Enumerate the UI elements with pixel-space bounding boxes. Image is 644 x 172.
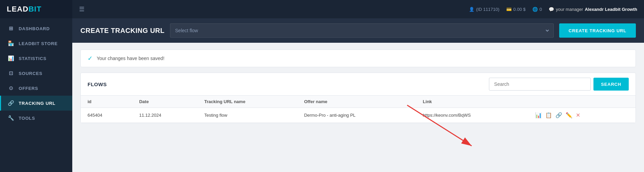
sidebar-item-offers[interactable]: ⊙ OFFERS (0, 81, 72, 96)
cell-date: 11.12.2024 (132, 108, 197, 123)
tools-icon: 🔧 (8, 115, 15, 121)
flow-select-wrapper[interactable]: Select flow (170, 23, 554, 38)
user-icon: 👤 (469, 7, 474, 12)
sidebar: LEADBIT ⊞ DASHBOARD 🏪 LEADBIT STORE 📊 ST… (0, 0, 72, 172)
sidebar-nav: ⊞ DASHBOARD 🏪 LEADBIT STORE 📊 STATISTICS… (0, 18, 72, 172)
copy-action-icon[interactable]: 📋 (545, 112, 552, 118)
edit-action-icon[interactable]: ✏️ (566, 112, 572, 118)
tracking-url-icon: 🔗 (8, 100, 15, 106)
create-tracking-bar: CREATE TRACKING URL Select flow CREATE T… (72, 18, 644, 43)
sidebar-item-label: OFFERS (19, 86, 38, 91)
cell-offer-name: Dermo-Pro - anti-aging PL (297, 108, 416, 123)
col-tracking-url-name: Tracking URL name (197, 96, 297, 108)
col-id: id (81, 96, 132, 108)
dashboard-icon: ⊞ (8, 25, 15, 32)
sidebar-item-sources[interactable]: ⊡ SOURCES (0, 66, 72, 81)
cell-tracking-url-name: Testing flow (197, 108, 297, 123)
sidebar-item-leadbit-store[interactable]: 🏪 LEADBIT STORE (0, 36, 72, 51)
content: CREATE TRACKING URL Select flow CREATE T… (72, 18, 644, 172)
offers-icon: ⊙ (8, 85, 15, 91)
logo-bit: BIT (29, 5, 41, 13)
table-header-row: id Date Tracking URL name Offer name Lin… (81, 96, 636, 108)
logo-lead: LEAD (7, 5, 29, 13)
notifications[interactable]: 🌐 0 (532, 7, 542, 12)
flows-table: id Date Tracking URL name Offer name Lin… (81, 96, 636, 123)
link-action-icon[interactable]: 🔗 (555, 112, 562, 118)
topbar: ☰ 👤 (ID 111710) 💳 0.00 $ 🌐 0 💬 your mana… (72, 0, 644, 18)
main-area: ☰ 👤 (ID 111710) 💳 0.00 $ 🌐 0 💬 your mana… (72, 0, 644, 172)
search-input[interactable] (489, 78, 591, 91)
sidebar-item-label: LEADBIT STORE (19, 41, 58, 46)
stats-action-icon[interactable]: 📊 (535, 112, 542, 118)
flows-section: FLOWS SEARCH id Date Tracking URL name O… (80, 73, 636, 123)
sidebar-item-tools[interactable]: 🔧 TOOLS (0, 111, 72, 126)
sidebar-item-label: TRACKING URL (19, 101, 56, 106)
notification-icon: 🌐 (532, 7, 538, 12)
table-row: 645404 11.12.2024 Testing flow Dermo-Pro… (81, 108, 636, 123)
flows-header: FLOWS SEARCH (81, 73, 636, 96)
search-area: SEARCH (489, 78, 629, 91)
user-id: 👤 (ID 111710) (469, 7, 499, 12)
balance: 💳 0.00 $ (506, 7, 526, 12)
flows-title: FLOWS (88, 81, 107, 87)
cell-actions: 📊 📋 🔗 ✏️ ✕ (528, 108, 636, 123)
search-button[interactable]: SEARCH (593, 78, 629, 91)
sidebar-item-dashboard[interactable]: ⊞ DASHBOARD (0, 21, 72, 36)
success-text: Your changes have been saved! (97, 56, 165, 61)
cell-id: 645404 (81, 108, 132, 123)
sidebar-item-statistics[interactable]: 📊 STATISTICS (0, 51, 72, 66)
create-tracking-url-button[interactable]: CREATE TRACKING URL (559, 23, 636, 38)
sources-icon: ⊡ (8, 70, 15, 76)
col-offer-name: Offer name (297, 96, 416, 108)
sidebar-item-label: SOURCES (19, 71, 42, 76)
delete-action-icon[interactable]: ✕ (576, 112, 580, 118)
success-message: ✓ Your changes have been saved! (80, 50, 636, 67)
cell-link: https://keonv.com/BqWS (416, 108, 528, 123)
statistics-icon: 📊 (8, 55, 15, 61)
col-link: Link (416, 96, 528, 108)
sidebar-item-label: TOOLS (19, 116, 35, 121)
hamburger-icon[interactable]: ☰ (79, 5, 84, 13)
store-icon: 🏪 (8, 40, 15, 46)
balance-icon: 💳 (506, 7, 512, 12)
col-actions (528, 96, 636, 108)
logo: LEADBIT (0, 0, 72, 18)
col-date: Date (132, 96, 197, 108)
sidebar-item-label: DASHBOARD (19, 26, 50, 31)
sidebar-item-tracking-url[interactable]: 🔗 TRACKING URL (0, 96, 72, 111)
flow-select[interactable]: Select flow (174, 27, 550, 34)
message-icon: 💬 (549, 7, 554, 12)
sidebar-item-label: STATISTICS (19, 56, 46, 61)
manager-info: 💬 your manager Alexandr Leadbit Growth (549, 7, 637, 12)
main-content: ✓ Your changes have been saved! FLOWS SE… (72, 43, 644, 130)
create-bar-title: CREATE TRACKING URL (80, 27, 165, 35)
success-icon: ✓ (88, 55, 93, 62)
